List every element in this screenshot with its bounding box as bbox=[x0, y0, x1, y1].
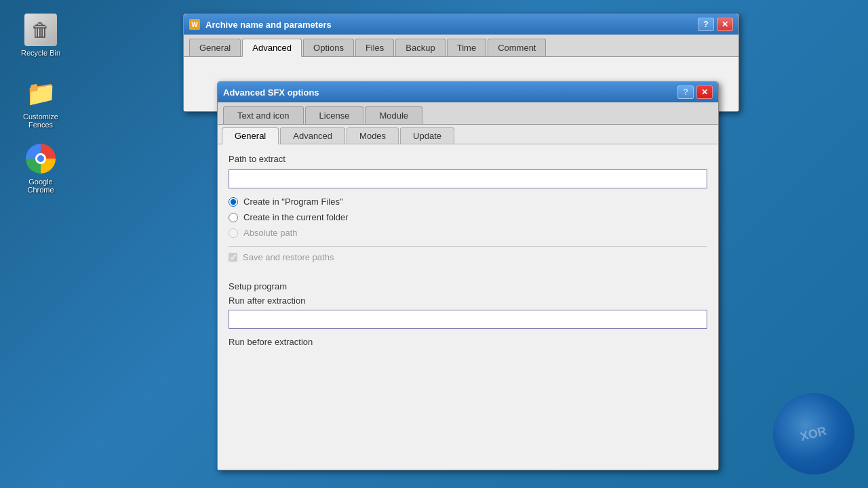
tab-time[interactable]: Time bbox=[447, 39, 486, 56]
watermark-text: XOR bbox=[799, 424, 828, 444]
desktop-icon-google-chrome[interactable]: Google Chrome bbox=[14, 142, 68, 194]
setup-section: Setup program Run after extraction Run b… bbox=[229, 281, 707, 347]
run-after-input[interactable] bbox=[229, 310, 707, 329]
tab-files[interactable]: Files bbox=[355, 39, 394, 56]
desktop-icon-customize-fences[interactable]: 📁 Customize Fences bbox=[14, 77, 68, 129]
radio-absolute-path-label: Absolute path bbox=[243, 228, 298, 238]
customize-fences-icon: 📁 bbox=[24, 77, 57, 110]
desktop-icons-left: 🗑 Recycle Bin 📁 Customize Fences Google … bbox=[14, 14, 68, 194]
path-label: Path to extract bbox=[229, 154, 707, 164]
sfx-content: Path to extract Create in "Program Files… bbox=[218, 144, 718, 470]
google-chrome-label: Google Chrome bbox=[27, 178, 54, 194]
recycle-bin-label: Recycle Bin bbox=[21, 49, 60, 57]
save-restore-paths-checkbox bbox=[229, 253, 237, 262]
radio-program-files-label: Create in "Program Files" bbox=[243, 197, 343, 207]
archive-tabs-bar: General Advanced Options Files Backup Ti… bbox=[184, 35, 738, 57]
save-restore-paths-label: Save and restore paths bbox=[243, 252, 334, 262]
sfx-titlebar-buttons: ? ✕ bbox=[677, 85, 713, 99]
tab-options[interactable]: Options bbox=[303, 39, 354, 56]
sfx-titlebar: Advanced SFX options ? ✕ bbox=[218, 82, 718, 102]
archive-dialog-title: Archive name and parameters bbox=[205, 20, 332, 30]
radio-program-files-input[interactable] bbox=[229, 197, 238, 207]
sfx-tab2-general[interactable]: General bbox=[222, 127, 279, 144]
recycle-bin-icon: 🗑 bbox=[24, 14, 57, 46]
save-restore-paths-item: Save and restore paths bbox=[229, 246, 707, 268]
run-after-label: Run after extraction bbox=[229, 296, 707, 306]
sfx-tab2-update[interactable]: Update bbox=[400, 127, 454, 144]
radio-current-folder-input[interactable] bbox=[229, 213, 238, 222]
radio-program-files[interactable]: Create in "Program Files" bbox=[229, 197, 707, 207]
archive-titlebar: W Archive name and parameters ? ✕ bbox=[184, 14, 738, 35]
radio-absolute-path: Absolute path bbox=[229, 228, 707, 238]
desktop-icon-recycle-bin[interactable]: 🗑 Recycle Bin bbox=[14, 14, 68, 57]
radio-current-folder[interactable]: Create in the current folder bbox=[229, 212, 707, 222]
radio-group: Create in "Program Files" Create in the … bbox=[229, 197, 707, 238]
titlebar-left: W Archive name and parameters bbox=[189, 19, 332, 30]
sfx-dialog-title: Advanced SFX options bbox=[223, 87, 319, 98]
sfx-tabs-top: Text and icon License Module bbox=[218, 102, 718, 125]
run-before-label: Run before extraction bbox=[229, 337, 707, 347]
archive-help-button[interactable]: ? bbox=[698, 18, 714, 31]
google-chrome-icon bbox=[24, 142, 57, 175]
tab-general[interactable]: General bbox=[189, 39, 241, 56]
radio-current-folder-label: Create in the current folder bbox=[243, 212, 349, 222]
archive-titlebar-buttons: ? ✕ bbox=[698, 18, 733, 31]
sfx-tabs-second: General Advanced Modes Update bbox=[218, 125, 718, 144]
sfx-tab2-advanced[interactable]: Advanced bbox=[280, 127, 345, 144]
setup-program-label: Setup program bbox=[229, 281, 707, 291]
path-input[interactable] bbox=[229, 169, 707, 188]
customize-fences-label: Customize Fences bbox=[23, 113, 58, 129]
winrar-icon: W bbox=[189, 19, 200, 30]
sfx-close-button[interactable]: ✕ bbox=[696, 85, 713, 99]
tab-advanced[interactable]: Advanced bbox=[242, 39, 302, 57]
sfx-tab-module[interactable]: Module bbox=[365, 106, 422, 124]
sfx-help-button[interactable]: ? bbox=[677, 85, 694, 99]
tab-backup[interactable]: Backup bbox=[395, 39, 445, 56]
tab-comment[interactable]: Comment bbox=[488, 39, 546, 56]
globe-watermark: XOR bbox=[773, 393, 854, 474]
radio-absolute-path-input bbox=[229, 228, 238, 238]
sfx-tab-text-icon[interactable]: Text and icon bbox=[223, 106, 304, 124]
sfx-tab-license[interactable]: License bbox=[305, 106, 364, 124]
sfx-dialog: Advanced SFX options ? ✕ Text and icon L… bbox=[217, 81, 719, 470]
sfx-tab2-modes[interactable]: Modes bbox=[347, 127, 399, 144]
archive-close-button[interactable]: ✕ bbox=[717, 18, 733, 31]
